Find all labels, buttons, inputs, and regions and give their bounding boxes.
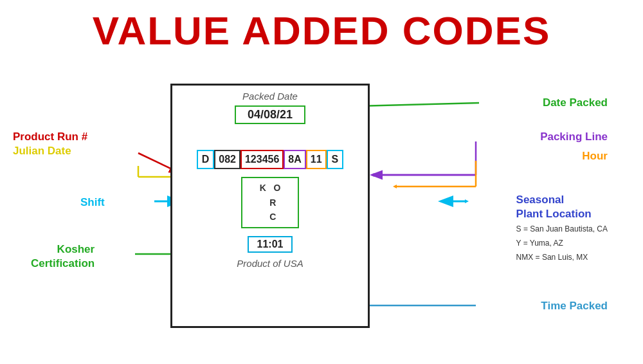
julian-date-label: Julian Date <box>13 145 71 157</box>
cell-123456: 123456 <box>240 150 284 169</box>
svg-marker-10 <box>393 185 397 188</box>
time-packed-label: Time Packed <box>541 300 608 313</box>
code-row: D 082 123456 8A 11 S <box>172 150 368 169</box>
cell-082: 082 <box>214 150 240 169</box>
main-code-box: Packed Date 04/08/21 D 082 123456 8A 11 … <box>170 84 370 328</box>
kosher-cert-label: Kosher Certification <box>31 242 95 271</box>
date-value-box: 04/08/21 <box>235 105 305 124</box>
plant-details: S = San Juan Bautista, CA Y = Yuma, AZ N… <box>516 224 608 262</box>
product-run-label: Product Run # Julian Date <box>13 130 87 158</box>
product-of-usa: Product of USA <box>172 258 368 269</box>
date-packed-label: Date Packed <box>543 96 608 109</box>
time-value-box: 11:01 <box>248 236 293 253</box>
page-title: VALUE ADDED CODES <box>0 0 643 53</box>
svg-marker-7 <box>370 173 374 177</box>
kosher-box: K O R C <box>241 177 299 228</box>
cell-d: D <box>197 150 215 169</box>
packed-date-label: Packed Date <box>172 91 368 102</box>
cell-8a: 8A <box>284 150 305 169</box>
packing-line-label: Packing Line <box>540 131 608 143</box>
hour-label: Hour <box>582 150 608 163</box>
cell-s: S <box>327 150 344 169</box>
shift-label: Shift <box>80 196 105 209</box>
seasonal-label: Seasonal Plant Location S = San Juan Bau… <box>516 193 608 264</box>
kosher-content: K O R C <box>260 181 281 224</box>
cell-11: 11 <box>306 150 327 169</box>
plant-location-label: Plant Location <box>516 208 592 220</box>
svg-marker-13 <box>465 199 469 203</box>
